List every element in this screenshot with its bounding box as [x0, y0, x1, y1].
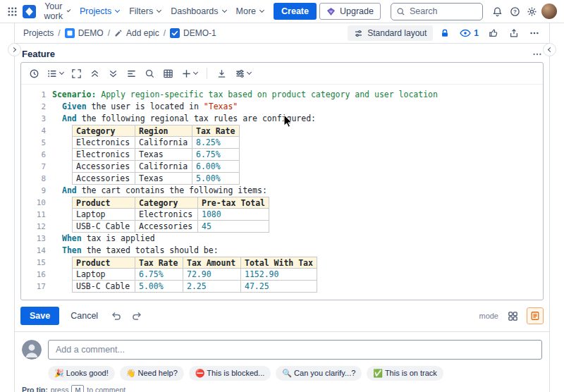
panel-more-button[interactable] [532, 49, 542, 59]
mode-editor-button[interactable] [527, 307, 544, 324]
gherkin-editor[interactable]: 1Scenario: Apply region-specific tax bas… [20, 62, 544, 300]
code-line[interactable]: 17USB-C Cable5.00%2.2547.25 [28, 281, 543, 293]
cancel-button[interactable]: Cancel [63, 307, 105, 325]
code-token: the taxed totals should be: [82, 245, 219, 257]
comment-input[interactable] [48, 340, 542, 360]
more-actions-button[interactable] [526, 25, 543, 42]
code-line[interactable]: 6ElectronicsTexas6.75% [28, 149, 543, 161]
clock-icon [29, 68, 39, 79]
save-button[interactable]: Save [20, 307, 59, 325]
app-switcher-button[interactable] [4, 2, 20, 20]
insert-button[interactable] [179, 66, 200, 81]
share-button[interactable] [505, 25, 522, 42]
find-button[interactable] [142, 66, 157, 81]
code-line[interactable]: 8AccessoriesTexas5.00% [28, 173, 543, 185]
quick-reply-2[interactable]: 👋 Need help? [120, 366, 184, 381]
code-line[interactable]: 5ElectronicsCalifornia8.25% [28, 137, 543, 149]
breadcrumb-item-projects[interactable]: Projects [21, 27, 56, 39]
code-line[interactable]: 14Then the taxed totals should be: [28, 245, 543, 257]
like-button[interactable] [485, 25, 502, 42]
code-token: Scenario: [52, 89, 96, 101]
table-cell: 5.00% [192, 173, 240, 185]
profile-avatar[interactable] [541, 2, 557, 20]
svg-text:?: ? [513, 8, 517, 15]
list-type-button[interactable] [45, 66, 66, 81]
table-icon [163, 68, 173, 79]
nav-menu-more[interactable]: More [231, 3, 269, 20]
line-content: AccessoriesCalifornia6.00% [52, 161, 240, 173]
gherkin-table-row: AccessoriesCalifornia6.00% [72, 161, 240, 173]
nav-menu-dashboards[interactable]: Dashboards [166, 3, 231, 20]
format-button[interactable] [124, 66, 139, 81]
table-cell: Texas [135, 173, 192, 185]
expand-all-button[interactable] [106, 66, 121, 81]
table-cell: Total With Tax [240, 257, 317, 269]
search-box[interactable] [391, 3, 483, 20]
gherkin-table-row: ElectronicsTexas6.75% [72, 149, 240, 161]
code-line[interactable]: 7AccessoriesCalifornia6.00% [28, 161, 543, 173]
watchers-button[interactable]: 1 [457, 27, 482, 39]
layout-sliders-icon [354, 29, 363, 38]
mode-switcher: mode [479, 307, 544, 324]
search-input[interactable] [410, 6, 477, 16]
table-cell: Texas [135, 149, 192, 161]
code-line[interactable]: 11LaptopElectronics1080 [28, 209, 543, 221]
quick-reply-3[interactable]: ⛔ This is blocked... [189, 366, 271, 381]
download-button[interactable] [214, 66, 229, 81]
code-line[interactable]: 4CategoryRegionTax Rate [28, 125, 543, 137]
redo-button[interactable] [128, 307, 146, 325]
mode-grid-button[interactable] [504, 307, 521, 324]
code-lines[interactable]: 1Scenario: Apply region-specific tax bas… [21, 85, 543, 300]
create-button[interactable]: Create [274, 3, 317, 20]
jira-home-button[interactable] [21, 2, 37, 20]
breadcrumb-separator: / [58, 28, 60, 38]
line-number: 14 [28, 245, 52, 257]
nav-menu-filters[interactable]: Filters [124, 3, 166, 20]
code-line[interactable]: 10ProductCategoryPre-tax Total [28, 197, 543, 209]
help-button[interactable]: ? [507, 2, 522, 20]
breadcrumb-item-add-epic[interactable]: Add epic [112, 27, 161, 39]
breadcrumb-item-demo-1[interactable]: DEMO-1 [168, 27, 219, 39]
quick-reply-5[interactable]: ✅ This is on track [367, 366, 443, 381]
code-line[interactable]: 15ProductTax RateTax AmountTotal With Ta… [28, 257, 543, 269]
pro-tip-key: M [71, 385, 84, 392]
code-line[interactable]: 2Given the user is located in "Texas" [28, 101, 543, 113]
search-icon [396, 7, 405, 16]
nav-menu-your-work[interactable]: Your work [39, 0, 75, 25]
code-line[interactable]: 3And the following regional tax rules ar… [28, 113, 543, 125]
table-cell: 72.90 [183, 269, 240, 281]
line-number: 6 [28, 149, 52, 161]
pencil-icon [114, 29, 123, 37]
nav-menu-projects[interactable]: Projects [75, 3, 124, 20]
code-line[interactable]: 1Scenario: Apply region-specific tax bas… [28, 89, 543, 101]
breadcrumb-item-demo[interactable]: DEMO [63, 27, 106, 39]
chevron-right-icon [11, 47, 16, 52]
pro-tip-press: press [51, 386, 69, 392]
history-button[interactable] [27, 66, 42, 81]
notifications-button[interactable] [490, 2, 505, 20]
undo-icon [111, 310, 122, 321]
code-line[interactable]: 12USB-C CableAccessories45 [28, 221, 543, 233]
fullscreen-button[interactable] [69, 66, 84, 81]
undo-button[interactable] [107, 307, 125, 325]
expand-right-panel-button[interactable] [543, 43, 556, 56]
panel-header: Feature [15, 44, 549, 62]
expand-left-panel-button[interactable] [8, 43, 21, 56]
code-line[interactable]: 16Laptop6.75%72.901152.90 [28, 269, 543, 281]
line-content: Given the user is located in "Texas" [52, 101, 238, 113]
editor-settings-button[interactable] [233, 66, 253, 81]
jira-logo-icon [23, 5, 36, 18]
eye-icon [460, 29, 471, 37]
settings-button[interactable] [524, 2, 539, 20]
quick-reply-1[interactable]: 🎉 Looks good! [48, 366, 115, 381]
code-line[interactable]: 13When tax is applied [28, 233, 543, 245]
layout-switcher-button[interactable]: Standard layout [348, 25, 433, 41]
code-line[interactable]: 9And the cart contains the following ite… [28, 185, 543, 197]
insert-table-button[interactable] [161, 66, 176, 81]
collapse-all-button[interactable] [87, 66, 102, 81]
quick-reply-4[interactable]: 🔍 Can you clarify...? [276, 366, 362, 381]
table-cell: 6.75% [135, 269, 183, 281]
upgrade-button[interactable]: Upgrade [319, 3, 381, 20]
code-token: tax is applied [82, 233, 155, 245]
restrictions-lock-button[interactable] [436, 25, 453, 42]
